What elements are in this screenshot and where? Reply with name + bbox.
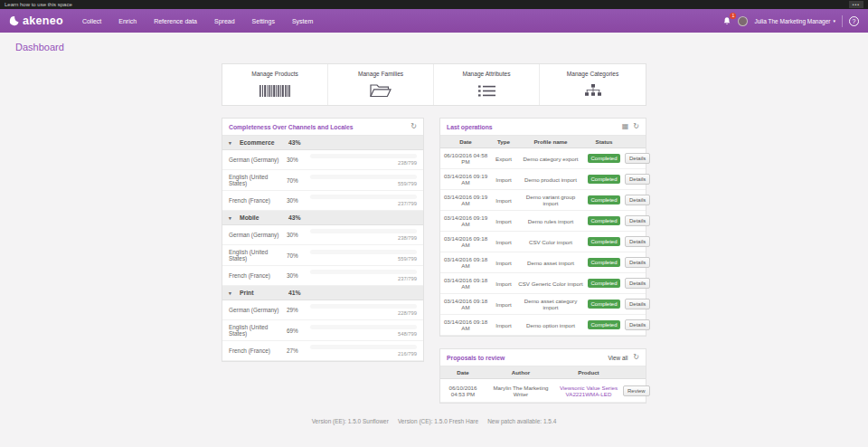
proposal-date: 06/10/2016 04:53 PM [440, 385, 486, 397]
refresh-icon[interactable]: ↻ [633, 354, 639, 361]
operation-status: Completed [585, 300, 623, 309]
locale-percent: 30% [287, 232, 310, 238]
proposals-table-body: 06/10/2016 04:53 PM Marylin The Marketin… [440, 379, 646, 403]
operation-type: Import [491, 260, 516, 266]
chevron-down-icon: ▾ [229, 215, 240, 221]
locale-percent: 27% [287, 347, 310, 354]
akeneo-logo[interactable]: akeneo [9, 14, 63, 27]
operation-row: 06/10/2016 04:58 PM Export Demo category… [440, 148, 646, 169]
status-badge: Completed [588, 258, 619, 267]
channel-locales-ecommerce: German (Germany) 30% 238/799 English (Un… [222, 150, 423, 211]
locale-row: English (United States) 70% 559/799 [222, 245, 423, 266]
locale-label: English (United States) [229, 174, 287, 186]
col-type: Type [491, 138, 516, 145]
operation-row: 03/14/2016 09:18 AM Import Demo option i… [440, 315, 646, 336]
user-menu[interactable]: Julia The Marketing Manager ▾ [754, 18, 835, 24]
channel-header-ecommerce[interactable]: ▾ Ecommerce 43% [222, 136, 423, 150]
details-button[interactable]: Details [625, 257, 650, 268]
operation-date: 03/14/2016 09:18 AM [440, 298, 491, 310]
completeness-bar: 238/799 [310, 229, 417, 241]
last-operations-header: Last operations ▦ ↻ [440, 119, 646, 136]
details-button[interactable]: Details [625, 319, 650, 330]
details-button[interactable]: Details [625, 236, 650, 247]
details-button[interactable]: Details [625, 174, 650, 185]
operation-type: Import [491, 176, 516, 183]
details-button[interactable]: Details [625, 195, 650, 205]
learn-link[interactable]: Learn how to use this space [5, 2, 72, 7]
card-label: Manage Categories [540, 71, 646, 77]
version-ee: Version (EE): 1.5.0 Sunflower [312, 418, 389, 424]
col-status: Status [585, 138, 623, 145]
completeness-bar: 559/799 [310, 250, 417, 262]
manage-categories-card[interactable]: Manage Categories [540, 64, 646, 105]
locale-ratio: 237/799 [310, 276, 417, 281]
bar-track [310, 250, 417, 254]
manage-products-card[interactable]: Manage Products [222, 64, 328, 105]
overflow-menu-icon[interactable]: ••• [849, 1, 863, 8]
grid-icon[interactable]: ▦ [622, 123, 629, 130]
manage-families-card[interactable]: Manage Families [328, 64, 434, 105]
operation-actions: Details [623, 257, 652, 268]
details-button[interactable]: Details [625, 299, 650, 309]
locale-percent: 29% [287, 307, 310, 313]
completeness-title: Completeness Over Channels and Locales [229, 124, 354, 130]
completeness-bar: 238/799 [310, 154, 417, 166]
operation-type: Import [491, 322, 516, 328]
details-button[interactable]: Details [625, 153, 650, 164]
status-badge: Completed [588, 279, 619, 288]
avatar[interactable] [738, 16, 748, 26]
channel-header-print[interactable]: ▾ Print 41% [222, 286, 423, 300]
channel-header-mobile[interactable]: ▾ Mobile 43% [222, 211, 423, 225]
sitemap-icon [540, 83, 646, 98]
view-all-link[interactable]: View all [608, 355, 627, 361]
last-operations-panel: Last operations ▦ ↻ Date Type Profile na… [439, 118, 646, 337]
operation-profile: Demo asset import [516, 260, 585, 266]
locale-ratio: 216/799 [310, 351, 417, 357]
nav-menu: CollectEnrichReference dataSpreadSetting… [81, 16, 314, 26]
operation-profile: Demo asset category import [516, 298, 585, 310]
nav-item[interactable]: Spread [213, 16, 236, 26]
operations-table-header: Date Type Profile name Status [440, 136, 646, 148]
operation-row: 03/14/2016 09:18 AM Import Demo asset im… [440, 252, 646, 273]
refresh-icon[interactable]: ↻ [633, 123, 639, 130]
top-strip: Learn how to use this space ••• [0, 0, 868, 9]
last-operations-title: Last operations [447, 124, 493, 130]
proposal-product-link[interactable]: Viewsonic Value Series VA2221WMA-LED [556, 385, 621, 397]
card-label: Manage Families [328, 71, 433, 77]
operation-type: Import [491, 218, 516, 224]
manage-attributes-card[interactable]: Manage Attributes [434, 64, 540, 105]
nav-item[interactable]: Reference data [153, 16, 198, 26]
proposal-row: 06/10/2016 04:53 PM Marylin The Marketin… [440, 379, 646, 403]
locale-ratio: 238/799 [310, 235, 417, 241]
operation-date: 03/14/2016 09:18 AM [440, 256, 491, 269]
status-badge: Completed [588, 216, 619, 225]
locale-label: French (France) [229, 272, 287, 279]
shortcut-cards: Manage Products Manage Families Manage A… [222, 63, 646, 106]
notifications-button[interactable]: 1 [722, 16, 731, 26]
nav-item[interactable]: Settings [251, 16, 276, 26]
nav-item[interactable]: Enrich [118, 16, 137, 26]
refresh-icon[interactable]: ↻ [410, 123, 417, 130]
nav-right: 1 Julia The Marketing Manager ▾ ? [722, 15, 859, 27]
review-button[interactable]: Review [623, 385, 650, 396]
help-button[interactable]: ? [849, 16, 859, 26]
details-button[interactable]: Details [625, 278, 650, 289]
nav-item[interactable]: System [291, 16, 314, 26]
locale-row: German (Germany) 30% 238/799 [222, 225, 423, 245]
channel-percent: 41% [288, 290, 417, 296]
version-ce: Version (CE): 1.5.0 Fresh Hare [398, 418, 478, 424]
chevron-down-icon: ▾ [229, 290, 240, 296]
folder-icon [328, 83, 433, 98]
locale-label: English (United States) [229, 324, 287, 337]
bar-track [310, 270, 417, 274]
details-button[interactable]: Details [625, 215, 650, 226]
status-badge: Completed [588, 300, 619, 309]
nav-item[interactable]: Collect [81, 16, 102, 26]
locale-ratio: 548/799 [310, 331, 417, 337]
barcode-icon [222, 83, 327, 98]
completeness-bar: 559/799 [310, 175, 417, 186]
completeness-bar: 237/799 [310, 270, 417, 281]
operation-actions: Details [623, 195, 652, 205]
operation-status: Completed [585, 175, 623, 184]
operation-row: 03/14/2016 09:18 AM Import Demo asset ca… [440, 294, 646, 315]
